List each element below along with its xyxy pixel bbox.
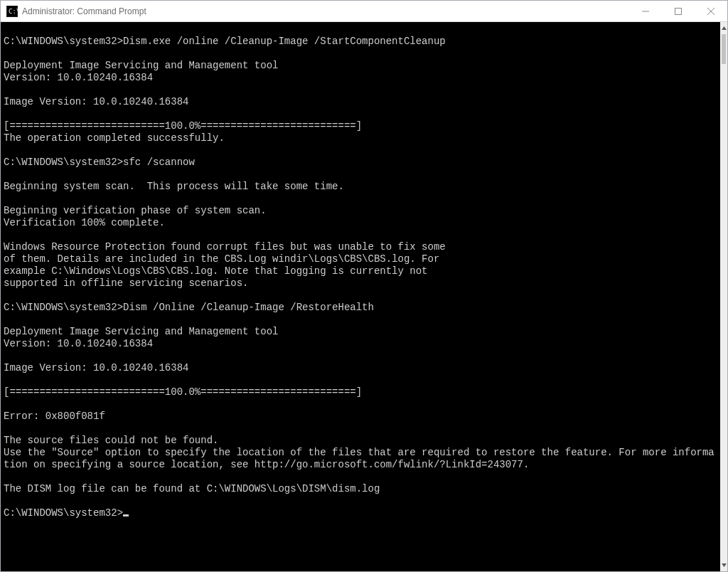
close-button[interactable] xyxy=(695,1,727,22)
console-output[interactable]: C:\WINDOWS\system32>Dism.exe /online /Cl… xyxy=(1,22,720,571)
prompt: C:\WINDOWS\system32> xyxy=(4,507,123,519)
cursor xyxy=(123,514,129,517)
window-title: Administrator: Command Prompt xyxy=(22,6,146,16)
scroll-thumb[interactable] xyxy=(722,34,726,64)
cmd-icon: C:\ xyxy=(6,6,18,17)
scroll-down-button[interactable] xyxy=(720,559,727,571)
vertical-scrollbar[interactable] xyxy=(720,22,727,571)
svg-marker-7 xyxy=(722,26,727,30)
titlebar[interactable]: C:\ Administrator: Command Prompt xyxy=(1,1,727,22)
svg-text:C:\: C:\ xyxy=(9,8,18,15)
maximize-button[interactable] xyxy=(662,1,695,22)
window-frame: C:\ Administrator: Command Prompt C:\WIN… xyxy=(0,0,728,572)
svg-marker-8 xyxy=(722,563,727,567)
svg-rect-4 xyxy=(675,8,682,14)
client-area: C:\WINDOWS\system32>Dism.exe /online /Cl… xyxy=(1,22,727,571)
scroll-track[interactable] xyxy=(720,34,727,559)
minimize-button[interactable] xyxy=(629,1,662,22)
scroll-up-button[interactable] xyxy=(720,22,727,34)
